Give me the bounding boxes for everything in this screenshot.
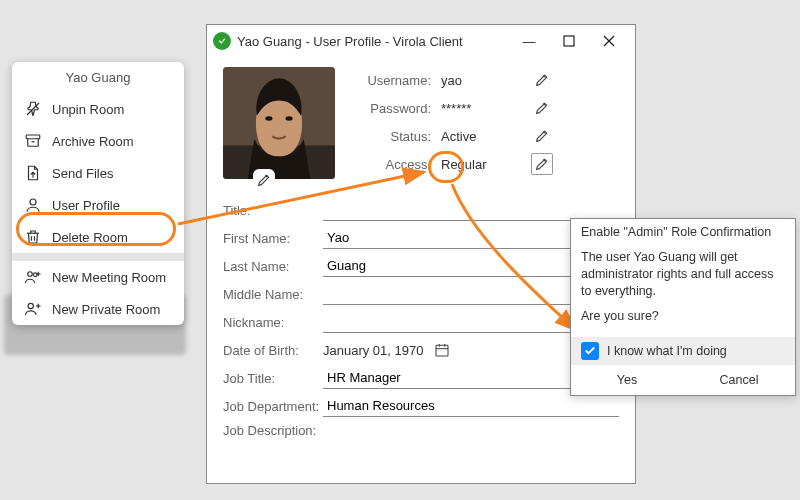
avatar-image [223, 67, 335, 179]
svg-line-0 [27, 103, 39, 115]
user-icon [24, 196, 42, 214]
password-label: Password: [351, 101, 431, 116]
context-menu: Yao Guang Unpin Room Archive Room Send F… [12, 62, 184, 325]
status-label: Status: [351, 129, 431, 144]
access-label: Access: [351, 157, 431, 172]
nickname-label: Nickname: [223, 315, 323, 330]
trash-icon [24, 228, 42, 246]
job-dept-input[interactable] [323, 395, 619, 417]
users-plus-icon [24, 268, 42, 286]
dob-value: January 01, 1970 [323, 343, 423, 358]
ctx-label: Delete Room [52, 230, 128, 245]
title-label: Title: [223, 203, 323, 218]
password-edit-button[interactable] [531, 97, 553, 119]
ctx-user-profile[interactable]: User Profile [12, 189, 184, 221]
job-dept-label: Job Department: [223, 399, 323, 414]
dialog-checkbox-row[interactable]: I know what I'm doing [571, 337, 795, 365]
calendar-icon[interactable] [431, 339, 453, 361]
ctx-unpin-room[interactable]: Unpin Room [12, 93, 184, 125]
maximize-button[interactable] [549, 27, 589, 55]
window-title: Yao Guang - User Profile - Virola Client [237, 34, 509, 49]
status-value: Active [441, 129, 531, 144]
admin-confirmation-dialog: Enable "Admin" Role Confirmation The use… [570, 218, 796, 396]
access-value: Regular [441, 157, 531, 172]
ctx-label: Archive Room [52, 134, 134, 149]
username-label: Username: [351, 73, 431, 88]
pin-off-icon [24, 100, 42, 118]
svg-rect-13 [564, 36, 574, 46]
ctx-label: Send Files [52, 166, 113, 181]
access-edit-button[interactable] [531, 153, 553, 175]
first-name-label: First Name: [223, 231, 323, 246]
status-edit-button[interactable] [531, 125, 553, 147]
archive-icon [24, 132, 42, 150]
username-value: yao [441, 73, 531, 88]
avatar-container [223, 67, 335, 179]
ctx-label: New Private Room [52, 302, 160, 317]
ctx-label: User Profile [52, 198, 120, 213]
context-menu-separator [12, 253, 184, 261]
profile-form: Title: First Name: Last Name: Middle Nam… [223, 199, 619, 438]
ctx-delete-room[interactable]: Delete Room [12, 221, 184, 253]
dialog-cancel-button[interactable]: Cancel [683, 365, 795, 395]
username-edit-button[interactable] [531, 69, 553, 91]
svg-point-18 [265, 116, 272, 120]
send-file-icon [24, 164, 42, 182]
avatar-edit-button[interactable] [253, 169, 275, 191]
svg-point-10 [28, 303, 33, 308]
minimize-button[interactable]: ― [509, 27, 549, 55]
job-title-label: Job Title: [223, 371, 323, 386]
titlebar: Yao Guang - User Profile - Virola Client… [207, 25, 635, 57]
dialog-question: Are you sure? [581, 308, 785, 325]
dialog-checkbox-label: I know what I'm doing [607, 344, 727, 358]
svg-point-6 [28, 272, 33, 277]
credentials-panel: Username: yao Password: ****** Status: A… [351, 67, 619, 179]
dialog-title: Enable "Admin" Role Confirmation [571, 219, 795, 245]
password-value: ****** [441, 101, 531, 116]
dialog-body-text: The user Yao Guang will get administrato… [581, 249, 785, 300]
context-menu-title: Yao Guang [12, 62, 184, 93]
svg-point-3 [30, 199, 36, 205]
ctx-label: Unpin Room [52, 102, 124, 117]
ctx-label: New Meeting Room [52, 270, 166, 285]
user-plus-icon [24, 300, 42, 318]
dob-label: Date of Birth: [223, 343, 323, 358]
middle-name-label: Middle Name: [223, 287, 323, 302]
ctx-send-files[interactable]: Send Files [12, 157, 184, 189]
svg-rect-20 [436, 345, 448, 356]
last-name-label: Last Name: [223, 259, 323, 274]
job-desc-label: Job Description: [223, 423, 323, 438]
ctx-archive-room[interactable]: Archive Room [12, 125, 184, 157]
app-icon [213, 32, 231, 50]
svg-rect-1 [26, 135, 40, 139]
dialog-yes-button[interactable]: Yes [571, 365, 683, 395]
svg-point-19 [285, 116, 292, 120]
close-button[interactable] [589, 27, 629, 55]
checkbox-checked-icon [581, 342, 599, 360]
ctx-new-private-room[interactable]: New Private Room [12, 293, 184, 325]
ctx-new-meeting-room[interactable]: New Meeting Room [12, 261, 184, 293]
